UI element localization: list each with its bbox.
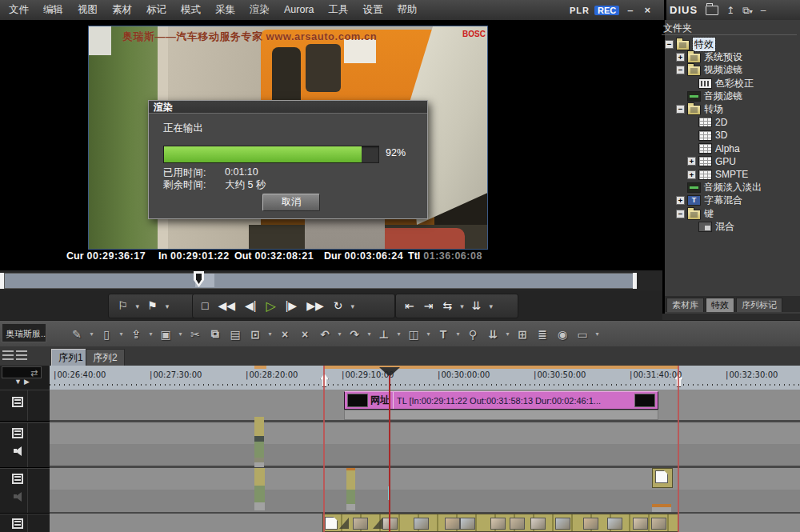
dock-icon[interactable]: – bbox=[761, 5, 766, 16]
paste-clip-icon[interactable]: ▤ bbox=[226, 328, 244, 341]
expand-icon[interactable]: + bbox=[687, 170, 696, 179]
menu-item-8[interactable]: 渲染 bbox=[242, 0, 277, 20]
redo-icon[interactable]: ↷ bbox=[346, 328, 363, 341]
small-clip[interactable] bbox=[254, 468, 265, 486]
up-folder-icon[interactable]: ↥ bbox=[726, 5, 734, 16]
export-icon[interactable]: ⇊ bbox=[468, 295, 486, 317]
render-export-icon[interactable]: ⇊ bbox=[484, 328, 502, 341]
menu-item-11[interactable]: 设置 bbox=[356, 0, 390, 20]
project-name-label[interactable]: 奥瑞斯服... bbox=[2, 323, 46, 342]
menu-item-4[interactable]: 素材 bbox=[105, 0, 139, 20]
step-forward-icon[interactable]: |▶ bbox=[282, 295, 301, 317]
render-export-caret-icon[interactable]: ▾ bbox=[504, 330, 511, 338]
clip-mixer-strip[interactable] bbox=[344, 410, 658, 420]
add-cut-point-caret-icon[interactable]: ▾ bbox=[395, 330, 402, 338]
still-clip[interactable] bbox=[652, 468, 673, 488]
effects-tree-item[interactable]: −特效 bbox=[665, 38, 800, 50]
replace-clip-icon[interactable]: ⊡ bbox=[246, 328, 264, 341]
new-sequence-caret-icon[interactable]: ▾ bbox=[118, 330, 125, 338]
audio-mixer-icon[interactable]: ≣ bbox=[534, 328, 551, 341]
ripple-delete-icon[interactable]: × bbox=[276, 328, 294, 341]
audio-speaker-icon[interactable] bbox=[14, 446, 26, 456]
step-back-icon[interactable]: ◀| bbox=[241, 295, 260, 317]
menu-item-5[interactable]: 标记 bbox=[139, 0, 174, 20]
collapse-icon[interactable]: − bbox=[676, 210, 685, 218]
loop-playback-icon[interactable]: ↻ bbox=[330, 295, 347, 317]
menu-item-2[interactable]: 编辑 bbox=[36, 0, 70, 20]
save-project-icon[interactable]: ▣ bbox=[157, 328, 174, 341]
set-out-caret-icon[interactable]: ▾ bbox=[163, 302, 172, 310]
effects-tree-item[interactable]: +字幕混合 bbox=[665, 194, 800, 207]
set-transition-caret-icon[interactable]: ▾ bbox=[425, 330, 432, 338]
import-source-icon[interactable]: ⇪ bbox=[127, 328, 145, 341]
effects-tree-item[interactable]: −视频滤镜 bbox=[665, 64, 800, 77]
undo-icon[interactable]: ↶ bbox=[316, 328, 334, 341]
bin-view-icon[interactable]: ⧉▾ bbox=[742, 5, 753, 16]
playhead-line[interactable] bbox=[389, 375, 390, 532]
play-around-caret-icon[interactable]: ▾ bbox=[458, 302, 466, 310]
set-in-caret-icon[interactable]: ▾ bbox=[134, 302, 142, 310]
collapse-icon[interactable]: − bbox=[676, 105, 685, 114]
menu-item-12[interactable]: 帮助 bbox=[390, 0, 425, 20]
close-button[interactable]: × bbox=[641, 4, 654, 16]
small-clip[interactable] bbox=[254, 417, 264, 436]
track-options-icon[interactable] bbox=[16, 350, 27, 361]
export-caret-icon[interactable]: ▾ bbox=[486, 302, 495, 310]
screen-layout-icon[interactable]: ▭ bbox=[574, 328, 591, 341]
tab-source-bin[interactable]: 素材库 bbox=[666, 298, 704, 312]
plr-button[interactable]: PLR bbox=[570, 6, 590, 15]
tab-sequence-2[interactable]: 序列2 bbox=[86, 349, 125, 366]
effects-tree-item[interactable]: 色彩校正 bbox=[665, 77, 800, 90]
undo-caret-icon[interactable]: ▾ bbox=[336, 330, 343, 338]
play-icon[interactable]: ▷ bbox=[262, 295, 279, 317]
video-track-icon[interactable] bbox=[12, 397, 23, 407]
tab-effects[interactable]: 特效 bbox=[706, 298, 734, 312]
rec-button[interactable]: REC bbox=[594, 6, 619, 15]
color-correction-icon[interactable]: ◉ bbox=[554, 328, 571, 341]
set-transition-icon[interactable]: ◫ bbox=[405, 328, 422, 341]
redo-caret-icon[interactable]: ▾ bbox=[366, 330, 373, 338]
create-title-icon[interactable]: T bbox=[434, 328, 452, 341]
import-source-caret-icon[interactable]: ▾ bbox=[147, 330, 154, 338]
save-project-caret-icon[interactable]: ▾ bbox=[177, 330, 184, 338]
minimize-button[interactable]: – bbox=[624, 4, 636, 16]
menu-item-1[interactable]: 文件 bbox=[2, 0, 36, 20]
tab-sequence-markers[interactable]: 序列标记 bbox=[736, 298, 782, 312]
cut-clip-icon[interactable]: ✂ bbox=[186, 328, 204, 341]
goto-in-icon[interactable]: ⇤ bbox=[401, 295, 418, 317]
video-track-icon[interactable] bbox=[12, 518, 23, 529]
expand-icon[interactable]: + bbox=[676, 53, 685, 62]
track-header-v2[interactable] bbox=[0, 422, 50, 468]
new-sequence-icon[interactable]: ▯ bbox=[98, 328, 115, 341]
effects-tree-item[interactable]: −键 bbox=[665, 207, 800, 220]
effects-tree-item[interactable]: +SMPTE bbox=[665, 168, 800, 181]
expand-icon[interactable]: + bbox=[687, 157, 696, 166]
menu-item-3[interactable]: 视图 bbox=[70, 0, 105, 20]
effects-tree-item[interactable]: 混合 bbox=[665, 220, 800, 233]
effects-tree-item[interactable]: 音频淡入淡出 bbox=[665, 181, 800, 194]
rewind-icon[interactable]: ◀◀ bbox=[214, 295, 239, 317]
set-in-icon[interactable]: ⚐ bbox=[114, 295, 132, 317]
effects-tree-item[interactable]: +GPU bbox=[665, 155, 800, 168]
video-track-icon[interactable] bbox=[12, 474, 23, 484]
stop-icon[interactable]: □ bbox=[198, 295, 212, 317]
track-header-v4[interactable] bbox=[0, 514, 50, 532]
set-out-icon[interactable]: ⚑ bbox=[143, 295, 162, 317]
effects-tree-item[interactable]: +系统预设 bbox=[665, 50, 800, 63]
effects-tree-item[interactable]: 3D bbox=[665, 129, 800, 142]
replace-clip-caret-icon[interactable]: ▾ bbox=[266, 330, 274, 338]
track-header-v3[interactable] bbox=[0, 468, 50, 514]
expand-tracks-icon[interactable]: ▶ bbox=[24, 378, 30, 386]
tab-sequence-1[interactable]: 序列1 bbox=[51, 349, 90, 366]
track-header-v1[interactable] bbox=[0, 390, 50, 422]
collapse-tracks-icon[interactable]: ▼ bbox=[14, 378, 22, 386]
expand-icon[interactable]: + bbox=[676, 196, 685, 205]
menu-item-9[interactable]: Aurora bbox=[277, 0, 322, 20]
effects-tree-item[interactable]: 音频滤镜 bbox=[665, 90, 800, 102]
filmstrip-clip[interactable] bbox=[322, 514, 678, 532]
fast-forward-icon[interactable]: ▶▶ bbox=[302, 295, 328, 317]
menu-item-10[interactable]: 工具 bbox=[322, 0, 356, 20]
audio-speaker-muted-icon[interactable] bbox=[14, 491, 26, 502]
select-tool-icon[interactable]: ✎ bbox=[68, 328, 86, 341]
ripple-mode-icon[interactable]: ⇄ bbox=[30, 368, 38, 378]
